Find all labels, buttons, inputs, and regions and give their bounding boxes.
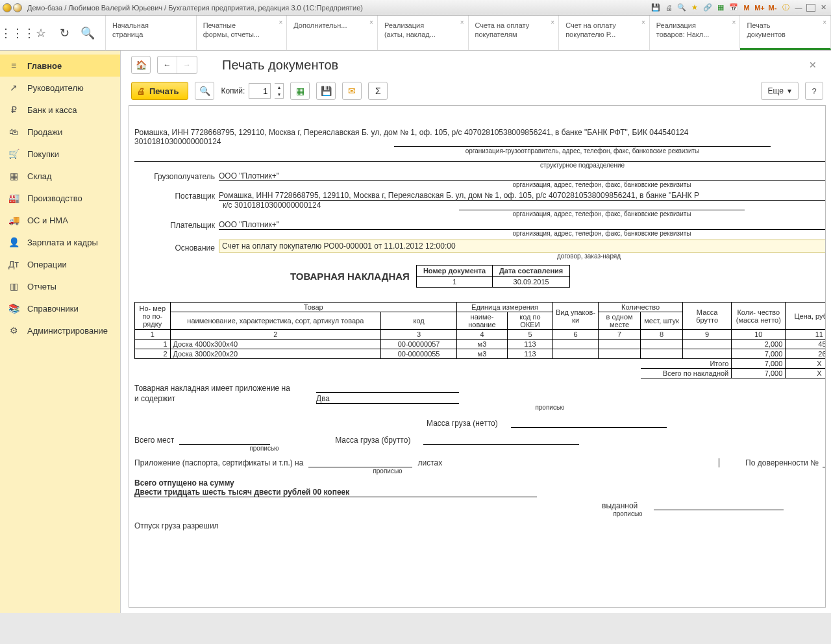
sum-words: Двести тридцать шесть тысяч двести рубле… [134,488,537,497]
m-icon[interactable]: M [741,3,752,13]
basis-value[interactable]: Счет на оплату покупателю РО00-000001 от… [219,240,826,253]
sidebar-item[interactable]: 🏭Производство [0,187,120,209]
copies-label: Копий: [221,86,245,95]
favorite-icon[interactable]: ★ [689,3,700,13]
tab-close-icon[interactable]: × [460,18,464,27]
save-doc-button[interactable]: 💾 [316,82,336,100]
tab-close-icon[interactable]: × [551,18,554,27]
close-page-button[interactable]: ✕ [809,60,817,70]
attach-2: и содержит [134,394,316,404]
sidebar-icon: ▥ [8,280,19,292]
page-title: Печать документов [222,58,338,73]
help-button[interactable]: ? [805,82,823,100]
sub-struct: структурное подразделение [459,162,706,169]
print-button[interactable]: 🖨 Печать [131,82,188,100]
sub-payer: организация, адрес, телефон, факс, банко… [459,230,745,237]
email-button[interactable]: ✉ [342,82,362,100]
sub-supplier: организация, адрес, телефон, факс, банко… [459,210,745,217]
document-view[interactable]: Ул Ромашка, ИНН 7728668795, 129110, Моск… [129,105,826,608]
copies-input[interactable] [249,83,271,99]
propis-1: прописью [485,404,615,411]
sum-label: Всего отпущено на сумму [134,478,826,488]
sum-button[interactable]: Σ [368,82,388,100]
sidebar-item[interactable]: ↗Руководителю [0,77,120,99]
mass-br-lbl: Масса груза (брутто) [335,436,410,445]
search-icon[interactable]: 🔍 [81,26,95,40]
sub-basis: договор, заказ-наряд [498,253,680,260]
calendar-icon[interactable]: 📅 [728,3,739,13]
tab[interactable]: Начальнаястраница [106,16,197,50]
attach-2r: порядковых номеров [485,382,826,404]
tab[interactable]: ×Печатныеформы, отчеты... [197,16,288,50]
dov-label: По доверенности № [745,458,819,467]
apps-grid-icon[interactable]: ⋮⋮⋮ [10,26,25,40]
taskbar [0,613,831,643]
sidebar-icon: ↗ [8,82,19,93]
forward-button[interactable]: → [177,56,197,73]
sidebar-icon: 📚 [8,303,19,314]
tab-bar: ⋮⋮⋮ ☆ ↻ 🔍 Начальнаястраница×Печатныеформ… [0,16,831,51]
sidebar-item[interactable]: 👤Зарплата и кадры [0,231,120,253]
sidebar-item[interactable]: ДтОперации [0,253,120,275]
calc-icon[interactable]: ▦ [715,3,726,13]
dropdown-icon[interactable] [13,3,22,12]
sidebar-item[interactable]: ▥Отчеты [0,275,120,297]
tab-close-icon[interactable]: × [823,18,826,27]
sidebar-item[interactable]: 🚚ОС и НМА [0,209,120,231]
history-icon[interactable]: ↻ [57,26,71,40]
sidebar-item[interactable]: ₽Банк и касса [0,99,120,121]
window-title: Демо-база / Любимов Валерий Юрьевич / Бу… [27,4,363,12]
tab-close-icon[interactable]: × [641,18,645,27]
tab[interactable]: ×Счета на оплатупокупателям [469,16,560,50]
restore-icon[interactable] [806,4,815,12]
link-icon[interactable]: 🔗 [702,3,713,13]
vsego-mest: Всего мест [134,436,174,445]
tab-close-icon[interactable]: × [369,18,373,27]
save-icon[interactable]: 💾 [651,3,661,13]
tab[interactable]: ×Счет на оплатупокупателю Р... [559,16,650,50]
sidebar-item[interactable]: ▦Склад [0,165,120,187]
supplier-value: Ромашка, ИНН 7728668795, 129110, Москва … [219,191,826,201]
minimize-icon[interactable]: — [793,3,804,13]
back-button[interactable]: ← [158,56,177,73]
doc-number-table: Номер документаДата составления 130.09.2… [416,265,570,288]
tab-close-icon[interactable]: × [732,18,736,27]
m-plus-icon[interactable]: M+ [754,3,765,13]
preview-icon[interactable]: 🔍 [676,3,687,13]
sidebar-item[interactable]: ≡Главное [0,55,120,77]
sidebar-item[interactable]: ⚙Администрирование [0,319,120,341]
spin-down[interactable]: ▾ [275,91,283,98]
sidebar-item[interactable]: 📚Справочники [0,297,120,319]
printer-icon: 🖨 [137,86,145,96]
tab[interactable]: ×Реализация(акты, наклад... [378,16,469,50]
home-button[interactable]: 🏠 [131,56,151,74]
print-icon[interactable]: 🖨 [664,3,674,13]
sidebar-item[interactable]: 🛒Покупки [0,143,120,165]
tab-close-icon[interactable]: × [279,18,282,27]
sidebar-icon: ≡ [8,60,19,71]
close-window-icon[interactable]: ✕ [818,3,828,13]
sidebar-item[interactable]: 🛍Продажи [0,121,120,143]
star-icon[interactable]: ☆ [34,26,48,40]
sidebar-icon: 🛒 [8,148,19,160]
info-icon[interactable]: ⓘ [780,3,791,13]
attach-1: Товарная накладная имеет приложение на [134,384,316,393]
tab[interactable]: ×Дополнительн... [287,16,378,50]
payer-value: ООО "Плотник+" [219,220,826,230]
nav-buttons: ← → [157,56,197,74]
titlebar: Демо-база / Любимов Валерий Юрьевич / Бу… [0,0,831,16]
m-minus-icon[interactable]: M- [767,3,778,13]
payer-label: Плательщик [134,221,219,230]
table-button[interactable]: ▦ [290,82,310,100]
sidebar-icon: Дт [8,258,19,270]
tab[interactable]: ×Реализациятоваров: Накл... [650,16,741,50]
more-button[interactable]: Еще▾ [761,82,799,100]
table-row: 1Доска 4000х300х4000-00000057м31132,0004… [135,340,826,349]
spin-up[interactable]: ▴ [275,84,283,91]
preview-button[interactable]: 🔍 [195,82,214,100]
sidebar-icon: ⚙ [8,325,19,336]
supplier-label: Поставщик [134,192,219,201]
sidebar-icon: 🏭 [8,192,19,204]
vydan-label: выданной [602,501,654,510]
tab[interactable]: ×Печатьдокументов [740,16,831,50]
